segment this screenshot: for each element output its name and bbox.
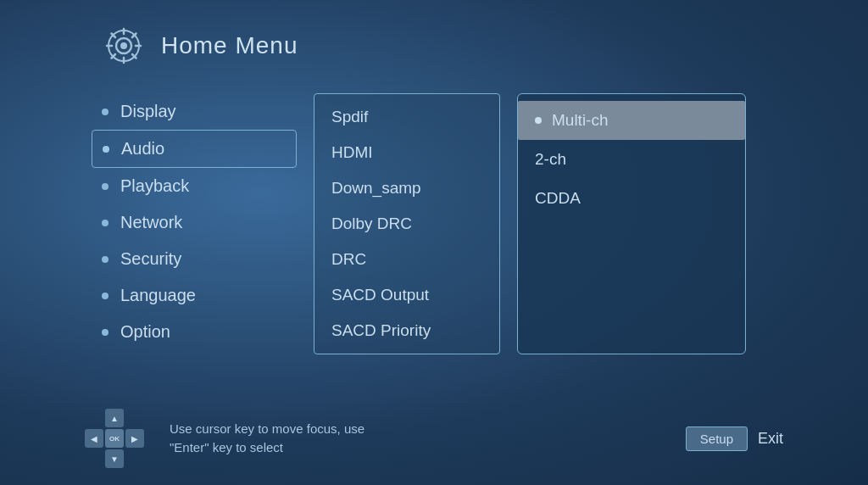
menu-item-network[interactable]: Network bbox=[102, 204, 297, 241]
page-title: Home Menu bbox=[161, 32, 298, 59]
dropdown-label-2ch: 2-ch bbox=[535, 150, 566, 169]
sub-menu-item-spdif[interactable]: Spdif bbox=[314, 99, 499, 135]
menu-item-playback[interactable]: Playback bbox=[102, 168, 297, 204]
sub-menu-item-hdmi[interactable]: HDMI bbox=[314, 135, 499, 170]
setup-button[interactable]: Setup bbox=[686, 426, 748, 451]
dpad-ok-button[interactable]: OK bbox=[105, 429, 124, 448]
dropdown-label-cdda: CDDA bbox=[535, 189, 581, 208]
dropdown-label-multich: Multi-ch bbox=[552, 111, 609, 130]
bullet-display bbox=[102, 109, 108, 115]
menu-item-audio[interactable]: Audio bbox=[92, 130, 297, 168]
menu-item-display[interactable]: Display bbox=[102, 93, 297, 130]
dropdown-item-2ch[interactable]: 2-ch bbox=[518, 140, 745, 179]
exit-button[interactable]: Exit bbox=[758, 430, 783, 448]
left-menu: Display Audio Playback Network Security bbox=[102, 93, 297, 354]
app-container: Home Menu Display Audio Playback N bbox=[0, 0, 868, 485]
sub-menu-item-sacd-output[interactable]: SACD Output bbox=[314, 277, 499, 313]
menu-label-display: Display bbox=[120, 102, 176, 121]
bullet-audio bbox=[103, 146, 109, 153]
bullet-option bbox=[102, 329, 108, 336]
bullet-multich bbox=[535, 117, 542, 124]
bullet-playback bbox=[102, 183, 108, 190]
dpad-left-button[interactable]: ◀ bbox=[85, 429, 103, 448]
svg-point-1 bbox=[120, 42, 127, 49]
dpad-empty-bl bbox=[85, 449, 103, 468]
footer-hint: Use cursor key to move focus, use "Enter… bbox=[170, 420, 660, 458]
dpad-empty-br bbox=[125, 449, 144, 468]
menu-item-language[interactable]: Language bbox=[102, 277, 297, 314]
bullet-network bbox=[102, 220, 108, 226]
bullet-language bbox=[102, 293, 108, 299]
sub-menu-item-dolby-drc[interactable]: Dolby DRC bbox=[314, 206, 499, 242]
sub-menu: Spdif HDMI Down_samp Dolby DRC DRC SACD … bbox=[314, 93, 500, 354]
dpad-empty-tr bbox=[125, 409, 144, 427]
bullet-security bbox=[102, 256, 108, 263]
sub-menu-item-downsamp[interactable]: Down_samp bbox=[314, 170, 499, 206]
sub-menu-item-sacd-priority[interactable]: SACD Priority bbox=[314, 313, 499, 348]
menu-label-language: Language bbox=[120, 286, 196, 305]
dropdown-item-multich[interactable]: Multi-ch bbox=[518, 101, 745, 140]
sub-menu-item-drc[interactable]: DRC bbox=[314, 242, 499, 277]
menu-label-security: Security bbox=[120, 249, 181, 269]
gear-icon bbox=[102, 24, 146, 68]
dropdown-menu: Multi-ch 2-ch CDDA bbox=[517, 93, 746, 354]
menu-item-option[interactable]: Option bbox=[102, 314, 297, 350]
menu-label-audio: Audio bbox=[121, 139, 164, 159]
dropdown-item-cdda[interactable]: CDDA bbox=[518, 179, 745, 218]
footer-hint-line2: "Enter" key to select bbox=[170, 438, 660, 458]
dpad: ▲ ◀ OK ▶ ▼ bbox=[85, 409, 144, 468]
dpad-empty-tl bbox=[85, 409, 103, 427]
menu-label-playback: Playback bbox=[120, 176, 189, 196]
dpad-down-button[interactable]: ▼ bbox=[105, 449, 124, 468]
menu-item-security[interactable]: Security bbox=[102, 241, 297, 277]
main-content: Display Audio Playback Network Security bbox=[0, 93, 868, 354]
footer-hint-line1: Use cursor key to move focus, use bbox=[170, 420, 660, 439]
menu-label-network: Network bbox=[120, 213, 182, 232]
dpad-right-button[interactable]: ▶ bbox=[125, 429, 144, 448]
header: Home Menu bbox=[0, 0, 868, 85]
menu-label-option: Option bbox=[120, 322, 170, 342]
footer-buttons: Setup Exit bbox=[686, 426, 783, 451]
dpad-up-button[interactable]: ▲ bbox=[105, 409, 124, 427]
footer: ▲ ◀ OK ▶ ▼ Use cursor key to move focus,… bbox=[0, 409, 868, 468]
